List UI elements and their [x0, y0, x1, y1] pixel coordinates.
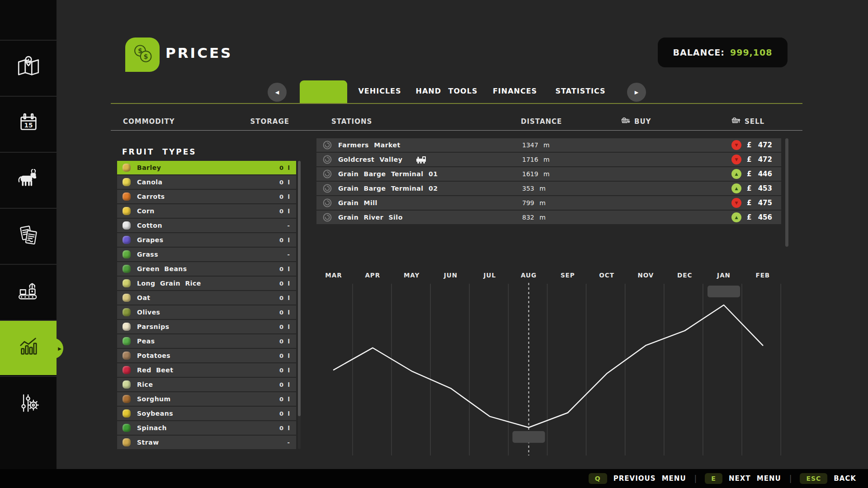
sidebar-item-calendar[interactable]: 15 — [0, 96, 57, 151]
station-distance: 832 m — [522, 214, 546, 221]
tab-statistics[interactable]: STATISTICS — [555, 87, 605, 95]
commodity-name: Grass — [137, 251, 281, 258]
commodity-storage: 0 l — [279, 164, 290, 171]
key-badge-esc[interactable]: ESC — [800, 473, 827, 484]
station-price: £ 456 — [747, 213, 772, 221]
station-distance: 799 m — [522, 199, 546, 206]
commodity-row[interactable]: Barley0 l — [117, 161, 296, 174]
column-stations: STATIONS — [331, 117, 372, 126]
station-row[interactable]: Grain Barge Terminal 02353 m▲£ 453 — [316, 182, 781, 195]
tab-vehicles[interactable]: VEHICLES — [358, 87, 401, 95]
sidebar-item-contracts[interactable] — [0, 208, 57, 263]
commodity-row[interactable]: Rice0 l — [117, 378, 296, 391]
commodity-row[interactable]: Parsnips0 l — [117, 320, 296, 333]
commodity-row[interactable]: Spinach0 l — [117, 421, 296, 435]
hint-label: BACK — [834, 474, 856, 483]
commodity-icon — [123, 308, 131, 316]
station-row[interactable]: Grain Mill799 m▼£ 475 — [316, 196, 781, 210]
station-row[interactable]: Grain Barge Terminal 011619 m▲£ 446 — [316, 167, 781, 181]
month-label-nov: NOV — [637, 272, 654, 279]
month-label-feb: FEB — [755, 272, 770, 279]
hint-divider: | — [694, 474, 697, 483]
tab-hand-tools[interactable]: HAND TOOLS — [416, 87, 478, 95]
commodity-icon — [123, 337, 131, 345]
month-label-may: MAY — [404, 272, 420, 279]
key-badge-q[interactable]: Q — [589, 473, 607, 484]
commodity-row[interactable]: Carrots0 l — [117, 190, 296, 203]
sidebar-item-settings[interactable] — [0, 376, 57, 431]
month-label-apr: APR — [365, 272, 380, 279]
commodity-name: Barley — [137, 164, 273, 171]
commodity-row[interactable]: Green Beans0 l — [117, 262, 296, 276]
commodity-name: Straw — [137, 439, 281, 446]
prices-page-icon: $ $ — [125, 38, 160, 72]
station-row[interactable]: Grain River Silo832 m▲£ 456 — [316, 211, 781, 224]
page-title: PRICES — [165, 45, 232, 61]
tab-prices-active[interactable] — [300, 80, 347, 103]
station-row[interactable]: Goldcrest Valley1716 m▼£ 472 — [316, 153, 781, 166]
fruit-types-title: FRUIT TYPES — [122, 147, 197, 156]
commodity-row[interactable]: Straw- — [117, 436, 296, 449]
commodity-name: Long Grain Rice — [137, 280, 273, 287]
commodity-icon — [123, 424, 131, 432]
commodity-icon — [123, 265, 131, 273]
commodity-row[interactable]: Peas0 l — [117, 334, 296, 348]
commodity-storage: - — [288, 251, 290, 258]
column-commodity: COMMODITY — [123, 117, 175, 126]
commodity-row[interactable]: Grass- — [117, 248, 296, 261]
hint-label: PREVIOUS MENU — [613, 474, 686, 483]
station-name: Goldcrest Valley — [338, 156, 402, 163]
coins-icon: $ $ — [128, 39, 157, 70]
commodity-storage: 0 l — [279, 367, 290, 374]
commodity-storage: - — [288, 222, 290, 229]
commodity-icon — [123, 352, 131, 360]
commodity-row[interactable]: Olives0 l — [117, 305, 296, 319]
sidebar-item-animals[interactable] — [0, 152, 57, 207]
station-name: Farmers Market — [338, 141, 401, 149]
station-price: £ 475 — [747, 199, 772, 207]
column-storage: STORAGE — [250, 117, 289, 126]
max-price-box — [708, 286, 740, 297]
commodity-storage: 0 l — [279, 396, 290, 403]
commodity-storage: 0 l — [279, 237, 290, 244]
commodity-scrollbar[interactable] — [298, 161, 301, 449]
commodity-list: Barley0 lCanola0 lCarrots0 lCorn0 lCotto… — [117, 161, 296, 449]
commodity-row[interactable]: Grapes0 l — [117, 233, 296, 247]
stations-scrollbar[interactable] — [785, 138, 788, 251]
commodity-row[interactable]: Potatoes0 l — [117, 349, 296, 362]
columns-underline — [111, 130, 802, 131]
commodity-icon — [123, 294, 131, 302]
sidebar-item-map[interactable] — [0, 40, 57, 95]
month-label-sep: SEP — [561, 272, 575, 279]
production-icon — [15, 278, 42, 306]
commodity-icon — [123, 236, 131, 244]
tab-finances[interactable]: FINANCES — [493, 87, 537, 95]
commodity-row[interactable]: Canola0 l — [117, 175, 296, 189]
sidebar-item-statistics-active[interactable]: ▶ — [0, 320, 57, 375]
tabs-prev-button[interactable]: ◀ — [268, 83, 287, 102]
tabs-next-button[interactable]: ▶ — [627, 83, 646, 102]
commodity-row[interactable]: Sorghum0 l — [117, 392, 296, 406]
commodity-storage: 0 l — [279, 280, 290, 287]
commodity-row[interactable]: Corn0 l — [117, 204, 296, 218]
svg-text:15: 15 — [24, 122, 33, 129]
commodity-icon — [123, 178, 131, 186]
sidebar-item-production[interactable] — [0, 264, 57, 319]
chevron-right-icon: ▶ — [635, 89, 638, 95]
min-price-box — [513, 431, 545, 443]
commodity-storage: 0 l — [279, 266, 290, 272]
commodity-row[interactable]: Soybeans0 l — [117, 407, 296, 420]
station-hotspot-icon — [323, 198, 332, 207]
commodity-row[interactable]: Red Beet0 l — [117, 363, 296, 377]
price-history-chart[interactable]: MARAPRMAYJUNJULAUGSEPOCTNOVDECJANFEB — [312, 270, 800, 458]
commodity-row[interactable]: Long Grain Rice0 l — [117, 277, 296, 290]
commodity-row[interactable]: Cotton- — [117, 219, 296, 232]
key-badge-e[interactable]: E — [705, 473, 722, 484]
basket-up-icon — [731, 116, 741, 127]
commodity-storage: 0 l — [279, 309, 290, 316]
commodity-storage: 0 l — [279, 324, 290, 330]
commodity-icon — [123, 221, 131, 230]
commodity-icon — [123, 409, 131, 418]
station-row[interactable]: Farmers Market1347 m▼£ 472 — [316, 138, 781, 152]
commodity-row[interactable]: Oat0 l — [117, 291, 296, 305]
